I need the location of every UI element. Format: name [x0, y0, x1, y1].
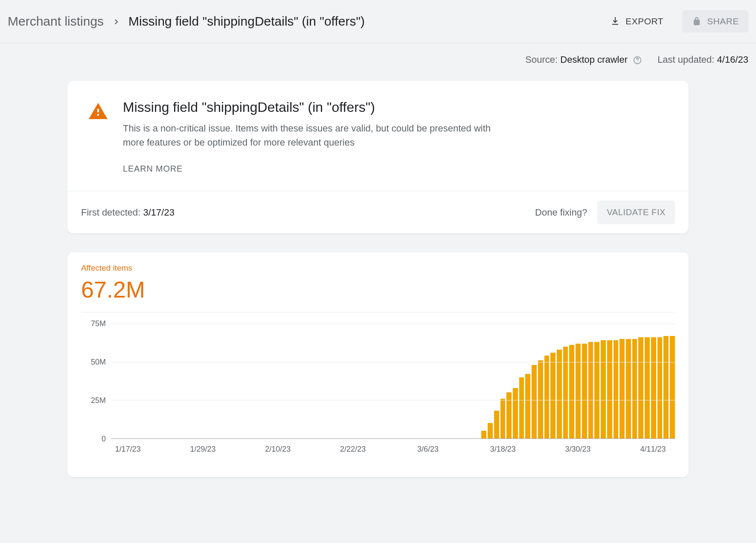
chart-bar[interactable] — [582, 344, 587, 438]
chart-y-axis: 025M50M75M — [81, 324, 111, 439]
breadcrumb: Merchant listings Missing field "shippin… — [8, 14, 365, 29]
chart-plot — [111, 324, 675, 439]
chart-x-tick: 2/22/23 — [340, 445, 366, 454]
chart-bar[interactable] — [569, 345, 574, 438]
affected-items-card: Affected items 67.2M 025M50M75M 1/17/231… — [67, 252, 689, 477]
chart-y-tick: 25M — [81, 396, 106, 405]
first-detected: First detected: 3/17/23 — [81, 207, 174, 218]
chart-x-tick: 4/11/23 — [640, 445, 666, 454]
issue-title: Missing field "shippingDetails" (in "off… — [123, 99, 507, 115]
chart-bar[interactable] — [544, 356, 550, 438]
chart-gridline — [111, 400, 675, 400]
affected-items-value: 67.2M — [81, 276, 675, 303]
affected-items-label: Affected items — [81, 263, 675, 273]
chevron-right-icon — [112, 14, 120, 29]
chart-bar[interactable] — [632, 339, 637, 438]
validate-fix-button[interactable]: VALIDATE FIX — [597, 201, 675, 224]
chart-bar[interactable] — [576, 344, 581, 438]
chart-bar[interactable] — [588, 342, 593, 438]
topbar: Merchant listings Missing field "shippin… — [0, 0, 756, 43]
chart-bar[interactable] — [481, 431, 486, 438]
chart-gridline — [111, 324, 675, 324]
chart-x-tick: 3/18/23 — [490, 445, 516, 454]
svg-point-1 — [637, 62, 637, 62]
chart-bars — [111, 324, 675, 438]
chart-bar[interactable] — [614, 340, 619, 438]
chart-x-tick: 3/30/23 — [565, 445, 591, 454]
issue-card: Missing field "shippingDetails" (in "off… — [67, 81, 689, 234]
learn-more-button[interactable]: LEARN MORE — [123, 164, 183, 174]
export-label: EXPORT — [625, 16, 663, 26]
divider — [81, 312, 675, 312]
chart-x-tick: 1/17/23 — [115, 445, 141, 454]
lock-icon — [692, 16, 702, 26]
warning-icon — [88, 101, 108, 174]
chart-bar[interactable] — [550, 353, 555, 438]
chart-bar[interactable] — [638, 337, 643, 438]
source-value: Desktop crawler — [560, 54, 628, 65]
last-updated-label: Last updated: — [657, 54, 714, 65]
done-fixing-label: Done fixing? — [535, 207, 587, 218]
chart-bar[interactable] — [657, 337, 663, 438]
first-detected-value: 3/17/23 — [143, 207, 174, 218]
chart-bar[interactable] — [645, 337, 650, 438]
export-button[interactable]: EXPORT — [601, 10, 673, 32]
chart-bar[interactable] — [670, 336, 675, 438]
chart-bar[interactable] — [594, 342, 599, 438]
issue-description: This is a non-critical issue. Items with… — [123, 121, 507, 149]
chart-bar[interactable] — [557, 350, 562, 438]
breadcrumb-root[interactable]: Merchant listings — [8, 14, 104, 29]
chart-bar[interactable] — [500, 399, 506, 438]
affected-items-chart: 025M50M75M 1/17/231/29/232/10/232/22/233… — [81, 324, 675, 460]
chart-bar[interactable] — [601, 340, 606, 438]
source-label: Source: — [525, 54, 558, 65]
chart-bar[interactable] — [663, 336, 669, 438]
chart-bar[interactable] — [513, 388, 518, 438]
breadcrumb-current: Missing field "shippingDetails" (in "off… — [128, 14, 365, 29]
source-info: Source: Desktop crawler — [525, 54, 642, 65]
chart-bar[interactable] — [506, 392, 512, 438]
chart-bar[interactable] — [626, 339, 631, 438]
chart-x-axis: 1/17/231/29/232/10/232/22/233/6/233/18/2… — [111, 442, 675, 459]
chart-bar[interactable] — [607, 340, 612, 438]
chart-bar[interactable] — [519, 377, 524, 438]
chart-bar[interactable] — [619, 339, 625, 438]
chart-bar[interactable] — [651, 337, 656, 438]
chart-bar[interactable] — [563, 347, 568, 438]
download-icon — [610, 16, 620, 26]
share-label: SHARE — [707, 16, 739, 26]
share-button[interactable]: SHARE — [682, 10, 748, 32]
chart-x-tick: 2/10/23 — [265, 445, 291, 454]
last-updated-info: Last updated: 4/16/23 — [657, 54, 748, 65]
chart-bar[interactable] — [494, 411, 499, 438]
chart-bar[interactable] — [532, 365, 537, 438]
chart-y-tick: 50M — [81, 358, 106, 367]
last-updated-value: 4/16/23 — [717, 54, 748, 65]
chart-bar[interactable] — [525, 374, 530, 438]
first-detected-label: First detected: — [81, 207, 140, 218]
chart-bar[interactable] — [488, 423, 493, 438]
meta-bar: Source: Desktop crawler Last updated: 4/… — [0, 43, 756, 81]
chart-y-tick: 75M — [81, 319, 106, 328]
chart-x-tick: 1/29/23 — [190, 445, 215, 454]
chart-x-tick: 3/6/23 — [417, 445, 439, 454]
chart-bar[interactable] — [538, 360, 543, 438]
chart-gridline — [111, 362, 675, 362]
help-icon[interactable] — [633, 55, 642, 65]
chart-y-tick: 0 — [81, 435, 106, 444]
top-actions: EXPORT SHARE — [601, 10, 748, 32]
